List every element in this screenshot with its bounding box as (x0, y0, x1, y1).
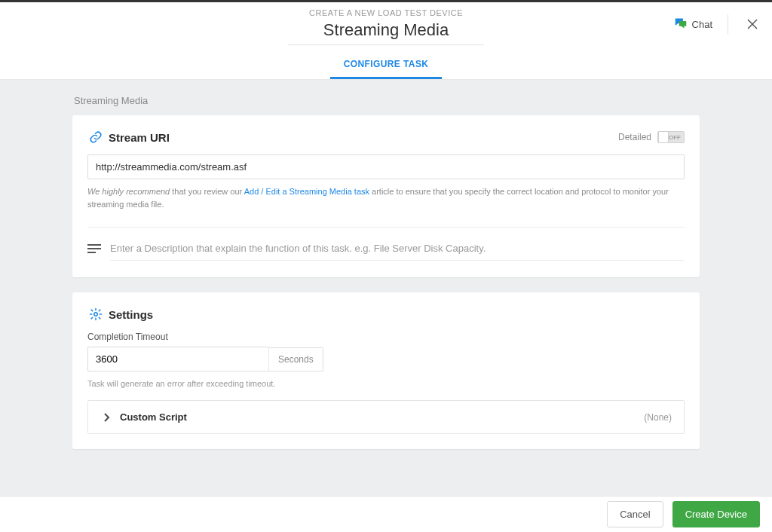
link-icon (87, 130, 104, 144)
cancel-button[interactable]: Cancel (607, 501, 663, 527)
stream-uri-input[interactable] (87, 154, 685, 179)
close-button[interactable] (739, 11, 766, 38)
breadcrumb: Streaming Media (74, 95, 700, 106)
toggle-state-label: OFF (669, 134, 681, 141)
tab-configure-task[interactable]: CONFIGURE TASK (330, 53, 443, 79)
custom-script-status: (None) (644, 412, 672, 423)
header-caption: CREATE A NEW LOAD TEST DEVICE (0, 2, 772, 17)
divider (87, 227, 685, 228)
chat-label: Chat (692, 19, 712, 30)
completion-timeout-unit: Seconds (268, 347, 323, 371)
settings-title: Settings (109, 308, 153, 321)
settings-card-head: Settings (87, 307, 685, 321)
page-title: Streaming Media (323, 20, 449, 44)
custom-script-row[interactable]: Custom Script (None) (87, 400, 685, 434)
page-header: CREATE A NEW LOAD TEST DEVICE Streaming … (0, 2, 772, 80)
stream-uri-card: Stream URI Detailed OFF We highly recomm… (72, 115, 700, 277)
completion-timeout-input[interactable] (87, 347, 268, 371)
help-link[interactable]: Add / Edit a Streaming Media task (244, 187, 369, 196)
completion-timeout-row: Seconds (87, 347, 685, 371)
footer: Cancel Create Device (0, 496, 772, 532)
svg-point-5 (94, 313, 98, 316)
detailed-label: Detailed (618, 132, 651, 142)
notes-icon (87, 243, 110, 254)
tabs: CONFIGURE TASK (0, 53, 772, 79)
completion-timeout-hint: Task will generate an error after exceed… (87, 379, 685, 388)
stream-uri-card-head: Stream URI Detailed OFF (87, 130, 685, 144)
page-body: Streaming Media Stream URI Detailed OFF … (0, 80, 772, 502)
toggle-knob (658, 131, 669, 143)
settings-card: Settings Completion Timeout Seconds Task… (72, 292, 700, 449)
completion-timeout-label: Completion Timeout (87, 332, 685, 342)
custom-script-title: Custom Script (120, 411, 187, 423)
close-icon (746, 18, 758, 32)
gear-icon (87, 307, 104, 321)
title-underline (288, 44, 484, 45)
chat-icon (674, 17, 692, 32)
description-row (87, 237, 685, 261)
stream-uri-title: Stream URI (109, 131, 170, 144)
chevron-right-icon (100, 413, 114, 422)
detailed-toggle[interactable]: OFF (657, 131, 685, 143)
description-input[interactable] (110, 237, 685, 261)
create-device-button[interactable]: Create Device (672, 501, 760, 527)
help-mid: that you review our (170, 187, 244, 196)
stream-uri-help: We highly recommend that you review our … (87, 185, 685, 210)
chat-button[interactable]: Chat (668, 14, 728, 35)
help-italic: We highly recommend (87, 187, 170, 196)
